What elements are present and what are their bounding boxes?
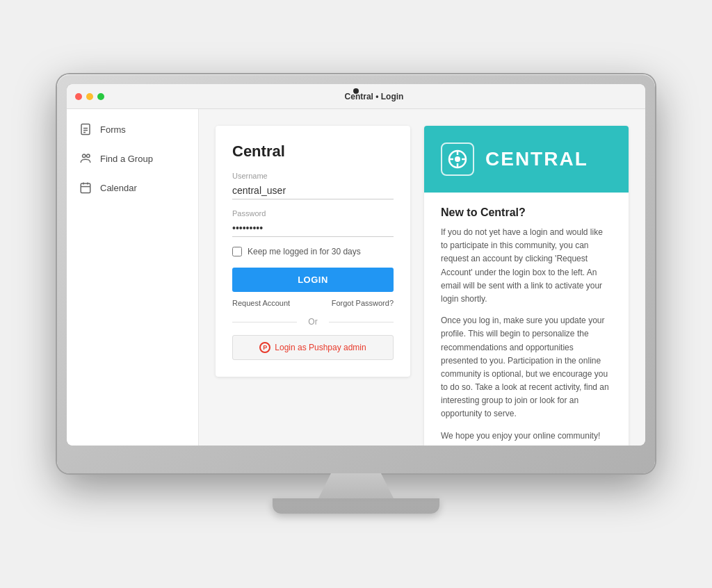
info-paragraph-2: Once you log in, make sure you update yo… — [441, 314, 612, 421]
info-header: CENTRAL — [424, 126, 629, 193]
password-input[interactable] — [232, 220, 394, 237]
sidebar: Forms — [67, 109, 199, 446]
pushpay-icon: P — [259, 342, 270, 353]
stand-base — [273, 498, 439, 514]
browser-bar: Central • Login — [67, 84, 645, 109]
login-button[interactable]: LOGIN — [232, 268, 394, 292]
info-paragraph-3: We hope you enjoy your online community! — [441, 430, 612, 443]
username-label: Username — [232, 172, 394, 180]
pushpay-button[interactable]: P Login as Pushpay admin — [232, 335, 394, 360]
info-heading: New to Central? — [441, 206, 612, 219]
document-icon — [78, 122, 93, 137]
close-dot[interactable] — [75, 93, 82, 100]
calendar-icon — [78, 180, 93, 195]
main-content: Central Username Password — [199, 109, 645, 446]
sidebar-item-calendar[interactable]: Calendar — [67, 173, 198, 202]
forgot-password-link[interactable]: Forgot Password? — [332, 299, 394, 307]
calendar-label: Calendar — [100, 183, 137, 193]
monitor-wrapper: Central • Login — [57, 74, 655, 514]
username-group: Username — [232, 172, 394, 199]
svg-point-11 — [455, 156, 460, 162]
svg-point-4 — [83, 154, 86, 158]
group-icon — [78, 151, 93, 166]
pushpay-label: Login as Pushpay admin — [275, 343, 366, 352]
svg-point-5 — [87, 154, 90, 158]
request-account-link[interactable]: Request Account — [232, 299, 290, 307]
remember-label: Keep me logged in for 30 days — [248, 247, 361, 256]
minimize-dot[interactable] — [86, 93, 93, 100]
forms-label: Forms — [100, 124, 126, 135]
info-body: New to Central? If you do not yet have a… — [424, 193, 629, 446]
brand-name: CENTRAL — [485, 148, 588, 170]
username-input[interactable] — [232, 182, 394, 199]
password-label: Password — [232, 209, 394, 218]
password-group: Password — [232, 209, 394, 237]
app-layout: Forms — [67, 109, 645, 446]
info-paragraph-1: If you do not yet have a login and would… — [441, 226, 612, 306]
remember-checkbox[interactable] — [232, 247, 242, 256]
login-card: Central Username Password — [216, 126, 410, 377]
browser-controls — [75, 93, 104, 100]
central-logo — [441, 142, 474, 176]
maximize-dot[interactable] — [97, 93, 104, 100]
or-divider: Or — [232, 317, 394, 327]
find-group-label: Find a Group — [100, 154, 153, 164]
login-title: Central — [232, 142, 394, 161]
svg-rect-6 — [81, 183, 90, 193]
links-row: Request Account Forgot Password? — [232, 299, 394, 307]
info-panel: CENTRAL New to Central? If you do not ye… — [424, 126, 629, 446]
sidebar-item-forms[interactable]: Forms — [67, 115, 198, 144]
sidebar-item-find-group[interactable]: Find a Group — [67, 144, 198, 173]
monitor-bezel: Central • Login — [67, 84, 645, 446]
monitor-frame: Central • Login — [57, 74, 655, 473]
browser-title: Central • Login — [111, 92, 637, 101]
stand-neck — [314, 473, 398, 498]
screen: Central • Login — [67, 84, 645, 446]
remember-me-row: Keep me logged in for 30 days — [232, 247, 394, 256]
